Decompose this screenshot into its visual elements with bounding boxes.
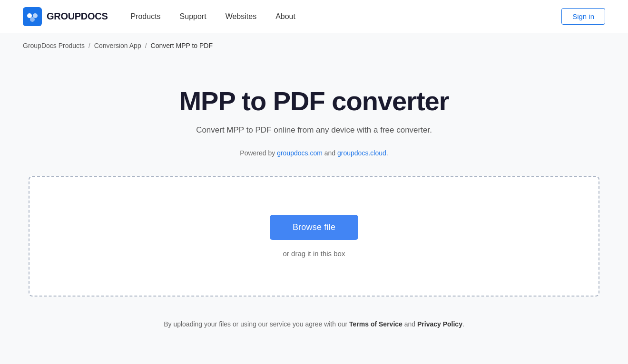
footer-legal: By uploading your files or using our ser… [164,320,464,328]
navbar: GROUPDOCS Products Support Websites Abou… [0,0,628,33]
svg-point-2 [33,13,38,18]
nav-products[interactable]: Products [130,12,160,21]
svg-point-3 [30,17,35,22]
powered-by-middle: and [323,149,337,157]
breadcrumb-separator-1: / [88,42,90,49]
drop-zone[interactable]: Browse file or drag it in this box [29,176,599,297]
breadcrumb-separator-2: / [145,42,147,49]
nav-about[interactable]: About [275,12,295,21]
main-content: MPP to PDF converter Convert MPP to PDF … [0,58,628,347]
powered-by-prefix: Powered by [240,149,277,157]
svg-rect-0 [23,7,42,26]
groupdocs-com-link[interactable]: groupdocs.com [277,149,323,157]
footer-middle: and [402,320,417,328]
terms-of-service-link[interactable]: Terms of Service [349,320,402,328]
privacy-policy-link[interactable]: Privacy Policy [417,320,462,328]
nav-support[interactable]: Support [180,12,206,21]
sign-in-button[interactable]: Sign in [561,8,605,25]
page-title: MPP to PDF converter [179,86,449,116]
logo-icon [23,7,42,26]
footer-suffix: . [462,320,464,328]
breadcrumb-groupdocs-products[interactable]: GroupDocs Products [23,42,85,49]
breadcrumb: GroupDocs Products / Conversion App / Co… [0,33,628,58]
logo-text: GROUPDOCS [47,11,108,22]
nav-websites[interactable]: Websites [226,12,257,21]
groupdocs-cloud-link[interactable]: groupdocs.cloud [337,149,386,157]
nav-left: GROUPDOCS Products Support Websites Abou… [23,7,295,26]
nav-links: Products Support Websites About [130,12,295,21]
powered-by-suffix: . [386,149,388,157]
breadcrumb-current: Convert MPP to PDF [151,42,213,49]
svg-point-1 [27,13,32,18]
breadcrumb-conversion-app[interactable]: Conversion App [94,42,141,49]
logo[interactable]: GROUPDOCS [23,7,108,26]
footer-text-prefix: By uploading your files or using our ser… [164,320,349,328]
page-subtitle: Convert MPP to PDF online from any devic… [196,125,432,135]
browse-file-button[interactable]: Browse file [270,215,358,240]
drag-hint: or drag it in this box [283,249,345,258]
powered-by: Powered by groupdocs.com and groupdocs.c… [240,149,388,157]
